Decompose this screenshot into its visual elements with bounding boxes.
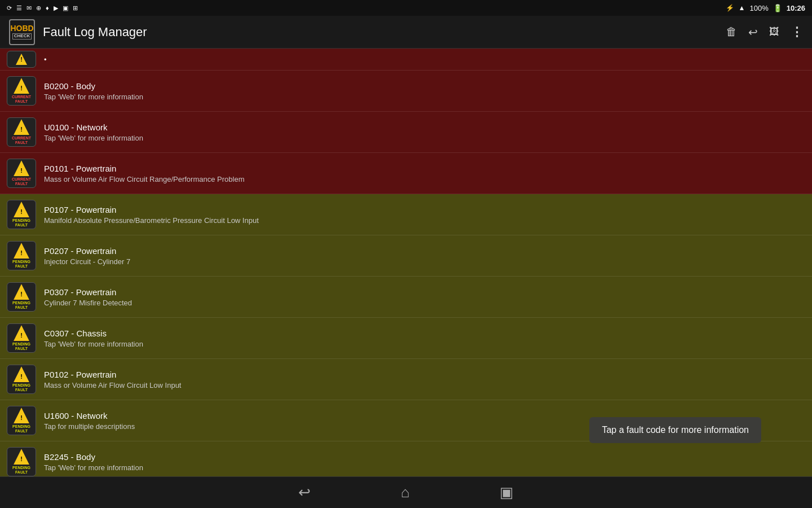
fault-badge: CURRENTFAULT: [7, 76, 36, 106]
fault-badge: PENDINGFAULT: [7, 282, 36, 312]
status-icon-7: ▣: [63, 5, 68, 12]
fault-desc: Tap 'Web' for more information: [44, 463, 143, 472]
fault-item[interactable]: PENDINGFAULT P0307 - Powertrain Cylinder…: [0, 277, 812, 318]
fault-badge: CURRENTFAULT: [7, 117, 36, 147]
warning-triangle-icon: [14, 202, 29, 217]
fault-info: B0200 - Body Tap 'Web' for more informat…: [44, 81, 143, 101]
nav-home-button[interactable]: ⌂: [401, 484, 410, 501]
logo-bottom-text: CHECK: [12, 33, 32, 40]
battery-text: 100%: [750, 4, 769, 12]
status-left-icons: ⟳ ☰ ✉ ⊕ ♦ ▶ ▣ ⊞: [7, 5, 78, 12]
fault-desc: Tap 'Web' for more information: [44, 134, 143, 142]
delete-button[interactable]: 🗑: [726, 25, 737, 38]
fault-badge: PENDINGFAULT: [7, 447, 36, 476]
status-icon-6: ▶: [54, 5, 58, 12]
fault-info: P0307 - Powertrain Cylinder 7 Misfire De…: [44, 287, 132, 307]
warning-triangle-icon: [14, 408, 29, 423]
fault-info: P0107 - Powertrain Manifold Absolute Pre…: [44, 205, 259, 225]
fault-info: P0101 - Powertrain Mass or Volume Air Fl…: [44, 164, 244, 183]
fault-badge: PENDINGFAULT: [7, 200, 36, 229]
badge-label: CURRENTFAULT: [12, 95, 31, 103]
badge-label: PENDINGFAULT: [12, 424, 30, 433]
fault-code: B2245 - Body: [44, 452, 143, 462]
warning-triangle-icon: [14, 160, 29, 176]
fault-item[interactable]: PENDINGFAULT U1600 - Network Tap for mul…: [0, 400, 812, 441]
fault-info: B2245 - Body Tap 'Web' for more informat…: [44, 452, 143, 472]
fault-item[interactable]: CURRENTFAULT P0101 - Powertrain Mass or …: [0, 153, 812, 194]
fault-desc: Tap 'Web' for more information: [44, 340, 143, 348]
bottom-nav: ↩ ⌂ ▣: [0, 476, 812, 508]
fault-code: P0101 - Powertrain: [44, 164, 244, 173]
status-icon-3: ✉: [27, 5, 32, 12]
nav-recents-button[interactable]: ▣: [500, 484, 514, 501]
battery-icon: 🔋: [773, 4, 782, 12]
fault-item[interactable]: CURRENTFAULT U0100 - Network Tap 'Web' f…: [0, 112, 812, 153]
fault-code: B0200 - Body: [44, 81, 143, 91]
badge-label: PENDINGFAULT: [12, 466, 30, 474]
fault-code: P0207 - Powertrain: [44, 246, 130, 256]
status-icon-5: ♦: [46, 5, 49, 11]
fault-info-partial: •: [44, 55, 47, 64]
fault-code: P0307 - Powertrain: [44, 287, 132, 297]
warning-triangle-icon: [14, 78, 29, 94]
fault-item[interactable]: PENDINGFAULT P0107 - Powertrain Manifold…: [0, 194, 812, 235]
fault-item[interactable]: PENDINGFAULT C0307 - Chassis Tap 'Web' f…: [0, 318, 812, 359]
fault-badge: CURRENTFAULT: [7, 159, 36, 188]
fault-desc: Tap 'Web' for more information: [44, 93, 143, 101]
fault-item-partial[interactable]: •: [0, 49, 812, 71]
fault-desc: Mass or Volume Air Flow Circuit Low Inpu…: [44, 381, 181, 389]
warning-triangle-icon: [14, 284, 29, 300]
badge-label: PENDINGFAULT: [12, 260, 30, 268]
fault-item[interactable]: PENDINGFAULT P0102 - Powertrain Mass or …: [0, 359, 812, 400]
fault-info: P0102 - Powertrain Mass or Volume Air Fl…: [44, 370, 181, 389]
fault-badge: PENDINGFAULT: [7, 323, 36, 353]
fault-code: U0100 - Network: [44, 122, 143, 132]
fault-item[interactable]: CURRENTFAULT B0200 - Body Tap 'Web' for …: [0, 71, 812, 112]
status-icon-2: ☰: [16, 5, 22, 12]
fault-code-partial: •: [44, 55, 47, 64]
fault-desc: Cylinder 7 Misfire Detected: [44, 299, 132, 307]
fault-item[interactable]: PENDINGFAULT B2245 - Body Tap 'Web' for …: [0, 441, 812, 476]
fault-desc: Tap for multiple descriptions: [44, 422, 135, 431]
time-display: 10:26: [787, 4, 805, 12]
fault-desc: Manifold Absolute Pressure/Barometric Pr…: [44, 216, 259, 225]
fault-info: U0100 - Network Tap 'Web' for more infor…: [44, 122, 143, 142]
app-title: Fault Log Manager: [43, 25, 718, 40]
image-button[interactable]: 🖼: [769, 26, 779, 38]
back-button[interactable]: ↩: [748, 25, 758, 39]
fault-code: U1600 - Network: [44, 411, 135, 421]
fault-desc: Mass or Volume Air Flow Circuit Range/Pe…: [44, 175, 244, 183]
fault-code: P0102 - Powertrain: [44, 370, 181, 379]
warning-triangle-icon: [14, 325, 29, 341]
fault-code: C0307 - Chassis: [44, 329, 143, 338]
fault-code: P0107 - Powertrain: [44, 205, 259, 214]
fault-info: U1600 - Network Tap for multiple descrip…: [44, 411, 135, 431]
logo-top-text: HOBD: [10, 24, 33, 33]
fault-badge: PENDINGFAULT: [7, 241, 36, 270]
warning-triangle-icon: [14, 449, 29, 465]
overflow-menu-button[interactable]: ⋮: [791, 25, 803, 40]
badge-label: CURRENTFAULT: [12, 136, 31, 144]
warning-triangle-icon: [14, 119, 29, 135]
wifi-icon: ▲: [739, 4, 745, 12]
nav-back-button[interactable]: ↩: [298, 484, 311, 501]
status-icon-1: ⟳: [7, 5, 12, 12]
fault-item[interactable]: PENDINGFAULT P0207 - Powertrain Injector…: [0, 235, 812, 277]
app-logo: HOBD CHECK: [9, 19, 35, 45]
fault-info: C0307 - Chassis Tap 'Web' for more infor…: [44, 329, 143, 348]
fault-badge-partial: [7, 51, 36, 68]
fault-desc: Injector Circuit - Cylinder 7: [44, 257, 130, 266]
fault-badge: PENDINGFAULT: [7, 365, 36, 394]
badge-label: PENDINGFAULT: [12, 342, 30, 351]
app-bar-actions: 🗑 ↩ 🖼 ⋮: [726, 25, 803, 40]
status-bar: ⟳ ☰ ✉ ⊕ ♦ ▶ ▣ ⊞ ⚡ ▲ 100% 🔋 10:26: [0, 0, 812, 16]
badge-label: PENDINGFAULT: [12, 301, 30, 309]
badge-label: PENDINGFAULT: [12, 218, 30, 227]
app-bar: HOBD CHECK Fault Log Manager 🗑 ↩ 🖼 ⋮: [0, 16, 812, 49]
fault-list: • CURRENTFAULT B0200 - Body Tap 'Web' fo…: [0, 49, 812, 476]
warning-triangle-icon: [14, 366, 29, 382]
status-icon-8: ⊞: [73, 5, 78, 12]
fault-info: P0207 - Powertrain Injector Circuit - Cy…: [44, 246, 130, 266]
bluetooth-icon: ⚡: [726, 4, 734, 12]
badge-label: CURRENTFAULT: [12, 177, 31, 186]
